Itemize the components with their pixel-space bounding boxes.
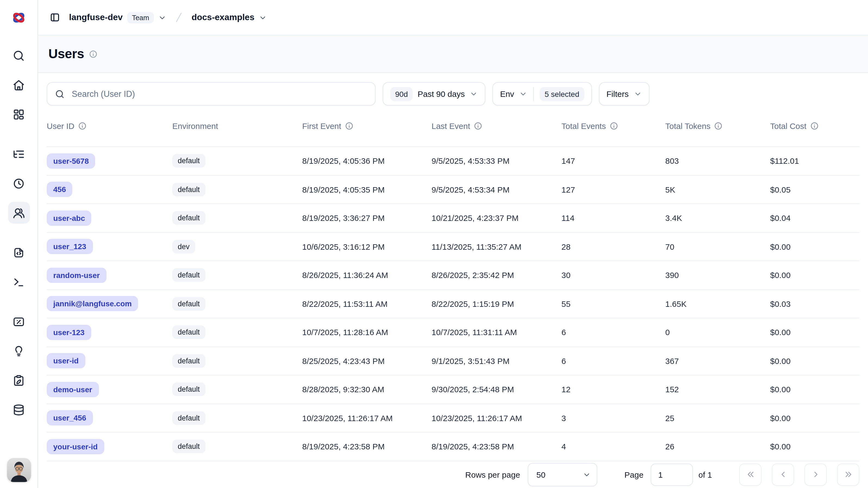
sidebar-item-annotation[interactable] bbox=[8, 369, 30, 391]
page-content: 90d Past 90 days Env 5 selected Filters bbox=[38, 73, 868, 488]
last-event-cell: 11/13/2025, 11:35:27 AM bbox=[432, 242, 561, 251]
filters-button[interactable]: Filters bbox=[599, 82, 650, 106]
total-tokens-cell: 367 bbox=[665, 356, 770, 366]
table-row[interactable]: user_456default10/23/2025, 11:26:17 AM10… bbox=[47, 403, 859, 432]
total-cost-cell: $0.00 bbox=[770, 385, 859, 394]
sidebar-item-sessions[interactable] bbox=[8, 172, 30, 194]
column-info-icon[interactable] bbox=[78, 122, 86, 130]
last-event-cell: 8/19/2025, 4:23:58 PM bbox=[432, 442, 561, 451]
page-number-input[interactable] bbox=[651, 463, 693, 486]
column-info-icon[interactable] bbox=[810, 122, 818, 130]
chevron-down-icon bbox=[158, 13, 166, 22]
column-label: Total Cost bbox=[770, 121, 806, 131]
user-id-badge[interactable]: user_123 bbox=[47, 239, 93, 254]
table-row[interactable]: 456default8/19/2025, 4:05:35 PM9/5/2025,… bbox=[47, 175, 859, 203]
chevrons-right-icon bbox=[843, 470, 853, 480]
langfuse-logo-icon[interactable] bbox=[0, 0, 37, 35]
date-range-button[interactable]: 90d Past 90 days bbox=[383, 82, 485, 106]
sidebar-item-prompts[interactable] bbox=[8, 241, 30, 263]
user-id-badge[interactable]: random-user bbox=[47, 268, 106, 283]
page-label: Page bbox=[624, 470, 644, 479]
sidebar-item-dashboards[interactable] bbox=[8, 103, 30, 125]
total-events-cell: 30 bbox=[561, 271, 665, 280]
column-info-icon[interactable] bbox=[345, 122, 353, 130]
user-id-badge[interactable]: 456 bbox=[47, 182, 72, 197]
environment-badge: default bbox=[172, 211, 205, 225]
sidebar-toggle-button[interactable] bbox=[45, 8, 64, 27]
user-id-badge[interactable]: your-user-id bbox=[47, 439, 104, 454]
user-avatar[interactable] bbox=[7, 458, 31, 482]
user-id-badge[interactable]: user-5678 bbox=[47, 153, 95, 169]
table-row[interactable]: user_123dev10/6/2025, 3:16:12 PM11/13/20… bbox=[47, 232, 859, 261]
database-icon bbox=[12, 403, 25, 416]
sidebar-item-tracing[interactable] bbox=[8, 143, 30, 165]
environment-badge: default bbox=[172, 354, 205, 368]
table-row[interactable]: user-123default10/7/2025, 11:28:16 AM10/… bbox=[47, 318, 859, 346]
first-event-cell: 8/19/2025, 4:05:36 PM bbox=[302, 156, 432, 166]
sidebar-item-evaluation[interactable] bbox=[8, 311, 30, 333]
column-header-first-event: First Event bbox=[302, 121, 432, 131]
chevron-down-icon bbox=[519, 90, 527, 98]
rows-per-page-select[interactable]: 50 bbox=[528, 463, 597, 486]
breadcrumb-organization[interactable]: langfuse-dev Team bbox=[69, 12, 166, 23]
table-row[interactable]: your-user-iddefault8/19/2025, 4:23:58 PM… bbox=[47, 432, 859, 461]
column-info-icon[interactable] bbox=[610, 122, 618, 130]
environment-filter-button[interactable]: Env 5 selected bbox=[492, 82, 592, 106]
first-page-button[interactable] bbox=[739, 463, 762, 486]
date-range-badge: 90d bbox=[390, 87, 413, 101]
sidebar-item-users[interactable] bbox=[8, 202, 30, 224]
top-navigation-bar: langfuse-dev Team docs-examples bbox=[38, 0, 868, 35]
total-events-cell: 127 bbox=[561, 185, 665, 194]
search-input[interactable] bbox=[71, 88, 367, 99]
total-events-cell: 114 bbox=[561, 213, 665, 223]
page-title-info-icon[interactable] bbox=[89, 50, 97, 58]
user-id-badge[interactable]: user-id bbox=[47, 353, 85, 369]
environment-badge: default bbox=[172, 154, 205, 168]
table-row[interactable]: jannik@langfuse.comdefault8/22/2025, 11:… bbox=[47, 289, 859, 318]
previous-page-button[interactable] bbox=[772, 463, 794, 486]
last-page-button[interactable] bbox=[837, 463, 859, 486]
total-tokens-cell: 390 bbox=[665, 271, 770, 280]
total-cost-cell: $0.00 bbox=[770, 413, 859, 423]
column-info-icon[interactable] bbox=[474, 122, 482, 130]
first-event-cell: 10/7/2025, 11:28:16 AM bbox=[302, 328, 432, 337]
user-id-badge[interactable]: user_456 bbox=[47, 410, 93, 426]
column-info-icon[interactable] bbox=[714, 122, 722, 130]
sidebar-item-home[interactable] bbox=[8, 74, 30, 96]
user-id-badge[interactable]: demo-user bbox=[47, 382, 99, 397]
total-tokens-cell: 3.4K bbox=[665, 213, 770, 223]
table-row[interactable]: user-5678default8/19/2025, 4:05:36 PM9/5… bbox=[47, 146, 859, 175]
column-label: Total Tokens bbox=[665, 121, 710, 131]
total-cost-cell: $112.01 bbox=[770, 156, 859, 166]
table-row[interactable]: demo-userdefault8/28/2025, 9:32:30 AM9/3… bbox=[47, 375, 859, 403]
user-id-badge[interactable]: user-abc bbox=[47, 210, 92, 226]
total-events-cell: 12 bbox=[561, 385, 665, 394]
total-cost-cell: $0.05 bbox=[770, 185, 859, 194]
sidebar bbox=[0, 0, 38, 488]
sidebar-item-insights[interactable] bbox=[8, 340, 30, 362]
terminal-icon bbox=[12, 276, 25, 288]
column-header-environment: Environment bbox=[172, 121, 302, 131]
first-event-cell: 8/19/2025, 3:36:27 PM bbox=[302, 213, 432, 223]
table-row[interactable]: user-abcdefault8/19/2025, 3:36:27 PM10/2… bbox=[47, 203, 859, 232]
user-id-badge[interactable]: jannik@langfuse.com bbox=[47, 296, 138, 312]
column-label: User ID bbox=[47, 121, 74, 131]
table-row[interactable]: random-userdefault8/26/2025, 11:36:24 AM… bbox=[47, 261, 859, 289]
sidebar-item-datasets[interactable] bbox=[8, 399, 30, 421]
sidebar-item-playground[interactable] bbox=[8, 271, 30, 293]
table-row[interactable]: user-iddefault8/25/2025, 4:23:43 PM9/1/2… bbox=[47, 346, 859, 375]
users-icon bbox=[12, 206, 25, 219]
breadcrumb-project[interactable]: docs-examples bbox=[192, 12, 267, 22]
search-box[interactable] bbox=[47, 82, 376, 106]
total-events-cell: 4 bbox=[561, 442, 665, 451]
first-event-cell: 10/23/2025, 11:26:17 AM bbox=[302, 413, 432, 423]
user-id-badge[interactable]: user-123 bbox=[47, 325, 91, 340]
dashboard-grid-icon bbox=[12, 108, 25, 120]
total-cost-cell: $0.03 bbox=[770, 299, 859, 309]
app-viewport: langfuse-dev Team docs-examples Users bbox=[0, 0, 868, 488]
next-page-button[interactable] bbox=[804, 463, 827, 486]
chevrons-left-icon bbox=[745, 470, 755, 480]
sidebar-item-search[interactable] bbox=[8, 45, 30, 66]
table-header-row: User IDEnvironmentFirst EventLast EventT… bbox=[47, 106, 859, 146]
chevron-left-icon bbox=[778, 470, 788, 480]
